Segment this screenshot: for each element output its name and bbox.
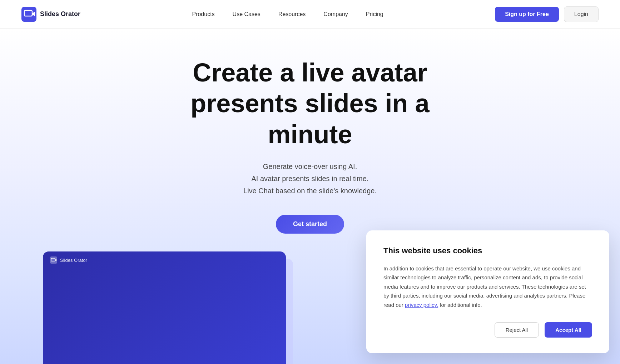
cookie-modal: This website uses cookies In addition to…	[366, 230, 609, 354]
privacy-policy-link[interactable]: privacy policy.	[405, 302, 438, 308]
preview-window-header: Slides Orator	[43, 251, 286, 269]
hero-subtitle: Generate voice-over using AI. AI avatar …	[21, 160, 599, 197]
preview-logo-icon	[50, 256, 57, 264]
nav-use-cases[interactable]: Use Cases	[233, 11, 261, 18]
preview-area: Slides Orator	[43, 251, 300, 364]
cookie-body: In addition to cookies that are essentia…	[383, 264, 592, 310]
logo-icon	[21, 7, 36, 22]
nav-pricing[interactable]: Pricing	[366, 11, 383, 18]
accept-all-button[interactable]: Accept All	[545, 322, 592, 338]
nav-products[interactable]: Products	[192, 11, 214, 18]
nav-resources[interactable]: Resources	[278, 11, 306, 18]
site-header: Slides Orator Products Use Cases Resourc…	[0, 0, 620, 29]
header-buttons: Sign up for Free Login	[495, 6, 599, 22]
cookie-buttons: Reject All Accept All	[383, 322, 592, 338]
signup-button[interactable]: Sign up for Free	[495, 7, 559, 22]
main-nav: Products Use Cases Resources Company Pri…	[192, 11, 383, 18]
hero-heading: Create a live avatar presents slides in …	[149, 57, 471, 150]
nav-company[interactable]: Company	[323, 11, 348, 18]
reject-all-button[interactable]: Reject All	[495, 322, 539, 338]
preview-window: Slides Orator	[43, 251, 286, 364]
get-started-button[interactable]: Get started	[276, 215, 344, 234]
logo-text: Slides Orator	[40, 10, 80, 18]
logo[interactable]: Slides Orator	[21, 7, 80, 22]
login-button[interactable]: Login	[564, 6, 599, 22]
cookie-title: This website uses cookies	[383, 246, 592, 255]
preview-brand-label: Slides Orator	[60, 258, 87, 263]
